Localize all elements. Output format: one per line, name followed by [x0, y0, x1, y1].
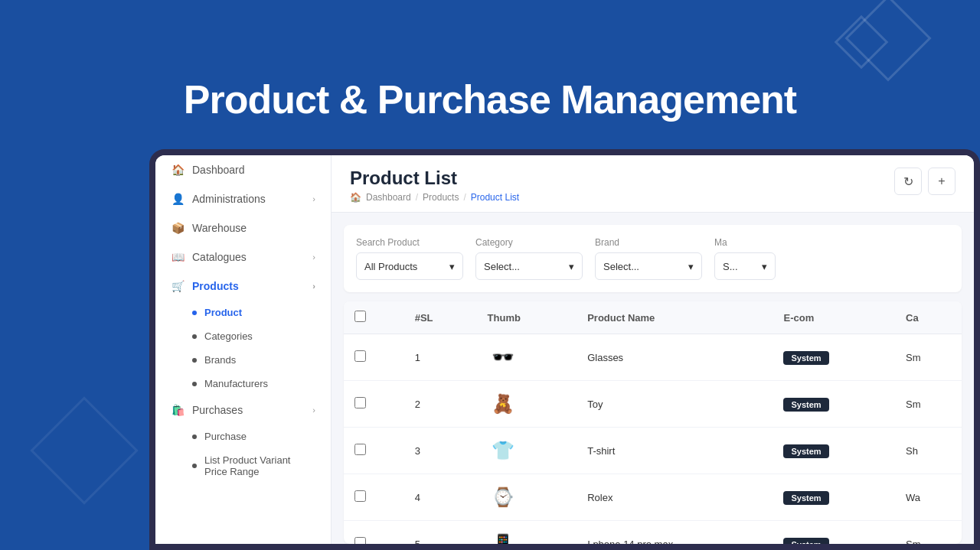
sidebar-item-products[interactable]: 🛒 Products › — [155, 272, 331, 301]
row-name-2: Toy — [577, 381, 773, 428]
sidebar-label-purchases: Purchases — [192, 404, 243, 416]
row-name-4: Rolex — [577, 474, 773, 521]
sidebar-item-warehouse[interactable]: 📦 Warehouse — [155, 213, 331, 242]
table-row: 2 🧸 Toy System Sm — [344, 381, 962, 428]
sidebar-subitem-list-product-variant[interactable]: List Product Variant Price Range — [155, 448, 331, 483]
col-ecom: E-com — [773, 301, 895, 334]
row-thumb-3: 👕 — [477, 428, 577, 474]
sidebar-item-administrations[interactable]: 👤 Administrations › — [155, 184, 331, 213]
subitem-label-purchase: Purchase — [204, 431, 247, 442]
category-group: Category Select... ▾ — [475, 237, 583, 280]
chevron-down-icon-manufacturer: ▾ — [762, 261, 767, 272]
table-row: 5 📱 I phone 14 pro max System Sm — [344, 521, 962, 545]
sidebar-label-warehouse: Warehouse — [192, 222, 247, 234]
all-products-select[interactable]: All Products ▾ — [356, 252, 463, 280]
col-cat: Ca — [895, 301, 962, 334]
select-all-checkbox[interactable] — [354, 311, 366, 322]
row-cat-5: Sm — [895, 521, 962, 545]
breadcrumb: 🏠 Dashboard / Products / Product List — [350, 192, 519, 203]
breadcrumb-products[interactable]: Products — [423, 192, 459, 203]
subitem-label-brands: Brands — [204, 354, 236, 366]
category-placeholder: Select... — [484, 261, 520, 272]
row-ecom-2: System — [773, 381, 895, 428]
sidebar: 🏠 Dashboard 👤 Administrations › 📦 Wareho… — [155, 155, 332, 544]
manufacturer-placeholder: S... — [723, 261, 738, 272]
col-thumb: Thumb — [477, 301, 577, 334]
chevron-icon: › — [312, 194, 315, 203]
row-5-checkbox[interactable] — [354, 537, 366, 544]
row-thumb-4: ⌚ — [477, 474, 577, 521]
dot-icon-product — [192, 311, 197, 315]
search-group: Search Product All Products ▾ — [356, 237, 463, 280]
sidebar-label-dashboard: Dashboard — [192, 164, 245, 176]
row-name-5: I phone 14 pro max — [577, 521, 773, 545]
row-2-checkbox[interactable] — [354, 397, 366, 408]
add-button[interactable]: + — [928, 168, 956, 195]
row-cat-1: Sm — [895, 334, 962, 381]
row-checkbox-1 — [344, 334, 404, 381]
category-select[interactable]: Select... ▾ — [475, 252, 583, 280]
administrations-icon: 👤 — [171, 192, 185, 206]
chevron-down-icon-category: ▾ — [569, 261, 574, 272]
thumb-icon-iphone: 📱 — [488, 529, 518, 544]
dot-icon-manufacturers — [192, 382, 197, 386]
main-content: Product List 🏠 Dashboard / Products / Pr… — [332, 155, 974, 544]
product-table-section: #SL Thumb Product Name E-com Ca 1 🕶️ G — [344, 301, 962, 544]
search-label: Search Product — [356, 237, 463, 248]
page-title: Product List — [350, 168, 519, 189]
sidebar-item-catalogues[interactable]: 📖 Catalogues › — [155, 242, 331, 272]
diamond-1 — [844, 0, 931, 82]
subitem-label-product: Product — [204, 307, 242, 318]
brand-select[interactable]: Select... ▾ — [595, 252, 702, 280]
row-thumb-5: 📱 — [477, 521, 577, 545]
row-name-3: T-shirt — [577, 428, 773, 474]
table-row: 3 👕 T-shirt System Sh — [344, 428, 962, 474]
row-checkbox-2 — [344, 381, 404, 428]
table-header-row: #SL Thumb Product Name E-com Ca — [344, 301, 962, 334]
thumb-icon-tshirt: 👕 — [488, 435, 518, 466]
sidebar-subitem-categories[interactable]: Categories — [155, 324, 331, 348]
sidebar-item-dashboard[interactable]: 🏠 Dashboard — [155, 155, 331, 184]
refresh-button[interactable]: ↻ — [894, 168, 922, 195]
row-sl-4: 4 — [404, 474, 477, 521]
chevron-down-icon-products-filter: ▾ — [449, 261, 455, 272]
category-label: Category — [475, 237, 583, 248]
page-header: Product List 🏠 Dashboard / Products / Pr… — [332, 155, 974, 213]
row-4-checkbox[interactable] — [354, 490, 366, 502]
thumb-icon-glasses: 🕶️ — [488, 342, 518, 373]
dashboard-icon: 🏠 — [171, 163, 185, 177]
header-actions: ↻ + — [894, 168, 956, 195]
subitem-label-manufacturers: Manufacturers — [204, 378, 268, 389]
col-sl: #SL — [404, 301, 477, 334]
breadcrumb-product-list: Product List — [471, 192, 519, 203]
brand-group: Brand Select... ▾ — [595, 237, 702, 280]
breadcrumb-sep-2: / — [463, 192, 466, 203]
chevron-icon-purchases: › — [312, 405, 315, 415]
diamond-3 — [30, 396, 138, 504]
product-table: #SL Thumb Product Name E-com Ca 1 🕶️ G — [344, 301, 962, 544]
subitem-label-categories: Categories — [204, 330, 253, 342]
manufacturer-group: Ma S... ▾ — [714, 237, 776, 280]
row-cat-3: Sh — [895, 428, 962, 474]
sidebar-subitem-purchase[interactable]: Purchase — [155, 425, 331, 448]
breadcrumb-dashboard[interactable]: Dashboard — [366, 192, 411, 203]
row-checkbox-3 — [344, 428, 404, 474]
chevron-down-icon-brand: ▾ — [688, 261, 694, 272]
table-row: 1 🕶️ Glasses System Sm — [344, 334, 962, 381]
manufacturer-select[interactable]: S... ▾ — [714, 252, 776, 280]
row-checkbox-5 — [344, 521, 404, 545]
all-products-label: All Products — [364, 261, 417, 272]
row-checkbox-4 — [344, 474, 404, 521]
row-1-checkbox[interactable] — [354, 350, 366, 362]
row-ecom-1: System — [773, 334, 895, 381]
breadcrumb-sep-1: / — [416, 192, 418, 203]
sidebar-subitem-brands[interactable]: Brands — [155, 348, 331, 372]
row-sl-1: 1 — [404, 334, 477, 381]
badge-system-2: System — [783, 398, 828, 412]
catalogues-icon: 📖 — [171, 250, 185, 264]
sidebar-subitem-manufacturers[interactable]: Manufacturers — [155, 372, 331, 395]
table-row: 4 ⌚ Rolex System Wa — [344, 474, 962, 521]
sidebar-subitem-product[interactable]: Product — [155, 301, 331, 324]
row-3-checkbox[interactable] — [354, 444, 366, 455]
sidebar-item-purchases[interactable]: 🛍️ Purchases › — [155, 395, 331, 425]
